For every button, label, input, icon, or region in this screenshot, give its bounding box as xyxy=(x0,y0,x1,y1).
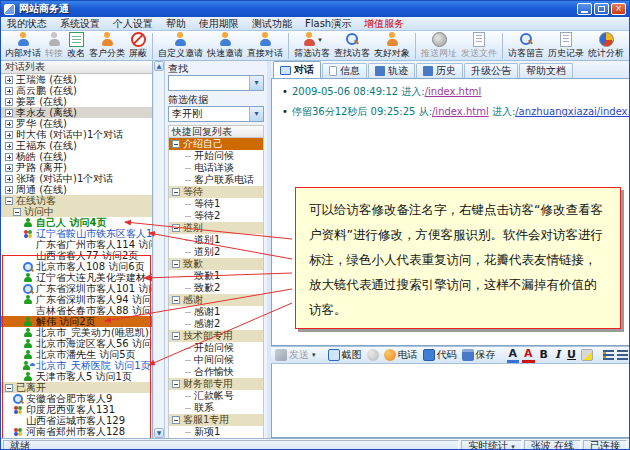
send-file-button[interactable]: 发送文件 xyxy=(459,32,499,60)
collapse-icon[interactable] xyxy=(172,188,180,196)
history-records-button[interactable]: 历史记录 xyxy=(546,32,586,60)
quick-reply-item[interactable]: 感谢1 xyxy=(169,306,263,318)
agent-row-selected[interactable]: 李永友 (离线) xyxy=(1,107,152,118)
collapse-icon[interactable] xyxy=(172,296,180,304)
agent-row[interactable]: 高云鹏 (在线) xyxy=(1,85,152,96)
tab-history[interactable]: 历史 xyxy=(416,63,463,78)
visiting-header[interactable]: 访问中 xyxy=(1,206,152,217)
quick-reply-group[interactable]: 等待 xyxy=(169,186,263,198)
expand-icon[interactable] xyxy=(5,87,13,95)
agent-row[interactable]: 周通 (在线) xyxy=(1,184,152,195)
code-button[interactable]: 代码 xyxy=(422,348,458,362)
online-visitors-header[interactable]: 在线访客 xyxy=(1,195,152,206)
expand-icon[interactable] xyxy=(5,164,13,172)
quick-reply-item[interactable]: 道别2 xyxy=(169,246,263,258)
quick-reply-item[interactable]: 等待2 xyxy=(169,210,263,222)
tab-dialog[interactable]: 对话 xyxy=(273,61,321,78)
bullet-list-button[interactable] xyxy=(617,350,628,360)
custom-invite-button[interactable]: 自定义邀请 xyxy=(156,32,205,60)
menu-value-added[interactable]: 增值服务 xyxy=(364,17,404,31)
quick-reply-item[interactable]: 中间问候 xyxy=(169,354,263,366)
chevron-down-icon[interactable]: ▾ xyxy=(249,76,263,90)
collapse-icon[interactable] xyxy=(172,416,180,424)
dialog-list-scrollbar[interactable]: ▲ ▼ xyxy=(154,61,165,438)
expand-icon[interactable] xyxy=(5,98,13,106)
agent-row[interactable]: 杨皓 (在线) xyxy=(1,151,152,162)
left-visitor-row[interactable]: 印度尼西亚客人131 xyxy=(1,404,152,415)
collapse-icon[interactable] xyxy=(172,332,180,340)
visitor-row[interactable]: 辽宁省大连凡美化学建材 访问… xyxy=(1,272,152,283)
visitor-row[interactable]: 北京市潘先生 访问5页 xyxy=(1,349,152,360)
left-visitor-row[interactable]: 山西省运城市客人129 xyxy=(1,415,152,426)
visitor-row-selected[interactable]: 解伟 访问2页 xyxy=(1,316,152,327)
tab-info[interactable]: 信息 xyxy=(322,63,367,78)
emoticon-button[interactable] xyxy=(366,349,380,361)
expand-icon[interactable] xyxy=(5,109,13,117)
visitor-row[interactable]: 自己人 访问4页 xyxy=(1,217,152,228)
visitor-row[interactable]: 山西省客人77 访问2页 xyxy=(1,250,152,261)
transfer-button[interactable]: 转接 xyxy=(43,32,65,60)
quick-reply-group[interactable]: 道别 xyxy=(169,222,263,234)
expand-icon[interactable] xyxy=(5,186,13,194)
visitor-row[interactable]: 广东省广州市客人114 访问1页 xyxy=(1,239,152,250)
collapse-icon[interactable] xyxy=(172,380,180,388)
quick-reply-group[interactable]: 客服1专用 xyxy=(169,414,263,426)
quick-reply-group[interactable]: 感谢 xyxy=(169,294,263,306)
message-input[interactable] xyxy=(271,364,630,438)
collapse-icon[interactable] xyxy=(13,208,21,216)
restore-button[interactable] xyxy=(594,3,609,15)
phone-button[interactable]: 电话 xyxy=(383,348,419,362)
font-color-button[interactable]: A xyxy=(507,348,520,363)
quick-reply-item[interactable]: 道别1 xyxy=(169,234,263,246)
save-button[interactable]: 保存 xyxy=(461,348,497,362)
visitor-row[interactable]: 北京市_完美动力(唯思凯) 访… xyxy=(1,327,152,338)
visited-page-link[interactable]: /index.html xyxy=(432,106,489,117)
quick-invite-button[interactable]: 快速邀请 xyxy=(205,32,245,60)
italic-button[interactable]: I xyxy=(553,349,562,361)
quick-reply-item[interactable]: 感谢2 xyxy=(169,318,263,330)
visitor-row[interactable]: 北京市_天桥医院 访问1页 xyxy=(1,360,152,371)
menu-my-status[interactable]: 我的状态 xyxy=(7,17,47,31)
visitor-row[interactable]: 广东省深圳市客人101 访问12页 xyxy=(1,283,152,294)
visitor-row[interactable]: 广东省深圳市客人94 访问2页 xyxy=(1,294,152,305)
find-visitors-button[interactable]: 查找访客 xyxy=(332,32,372,60)
expand-icon[interactable] xyxy=(5,175,13,183)
collapse-icon[interactable] xyxy=(5,384,13,392)
menu-system-settings[interactable]: 系统设置 xyxy=(60,17,100,31)
block-button[interactable]: 屏蔽 xyxy=(127,32,149,60)
visitor-row[interactable]: 天津市客人5 访问1页 xyxy=(1,371,152,382)
visitor-row[interactable]: 北京市客人108 访问6页 xyxy=(1,261,152,272)
agent-row[interactable]: 姜翠 (在线) xyxy=(1,96,152,107)
minimize-button[interactable] xyxy=(577,3,592,15)
quick-reply-item[interactable]: 开始问候 xyxy=(169,150,263,162)
screenshot-button[interactable]: 截图 xyxy=(327,348,363,362)
friendly-targets-button[interactable]: 友好对象 xyxy=(372,32,412,60)
visitor-messages-button[interactable]: 访客留言 xyxy=(506,32,546,60)
agent-row[interactable]: 王瑞海 (在线) xyxy=(1,74,152,85)
tab-track[interactable]: 轨迹 xyxy=(368,63,415,78)
direct-chat-button[interactable]: 直接对话 xyxy=(245,32,285,60)
visitor-row[interactable]: 北京市海淀区客人56 访问2页 xyxy=(1,338,152,349)
agent-row[interactable]: 罗华 (在线) xyxy=(1,118,152,129)
highlighter-button[interactable] xyxy=(581,349,593,361)
expand-icon[interactable] xyxy=(5,120,13,128)
underline-button[interactable]: U xyxy=(565,349,578,361)
customer-category-button[interactable]: 客户分类 xyxy=(87,32,127,60)
collapse-icon[interactable] xyxy=(172,224,180,232)
quick-reply-item[interactable]: 汇款帐号 xyxy=(169,390,263,402)
menu-license-period[interactable]: 使用期限 xyxy=(199,17,239,31)
menu-flash-demo[interactable]: Flash演示 xyxy=(305,17,351,31)
filter-combobox[interactable]: 李开刚▾ xyxy=(168,106,264,122)
left-visitor-row[interactable]: 安徽省合肥市客人9 xyxy=(1,393,152,404)
quick-reply-group[interactable]: 技术部专用 xyxy=(169,330,263,342)
visitor-row[interactable]: 吉林省长春市客人88 访问2页 xyxy=(1,305,152,316)
rename-button[interactable]: 改名 xyxy=(65,32,87,60)
expand-icon[interactable] xyxy=(5,153,13,161)
quick-reply-item[interactable]: 合作愉快 xyxy=(169,366,263,378)
menu-test-features[interactable]: 测试功能 xyxy=(252,17,292,31)
scroll-down-icon[interactable]: ▼ xyxy=(154,428,164,438)
quick-reply-item[interactable]: 等待1 xyxy=(169,198,263,210)
tab-help-docs[interactable]: 帮助文档 xyxy=(519,63,573,78)
search-combobox[interactable]: ▾ xyxy=(168,75,264,91)
agent-row[interactable]: 王福东 (在线) xyxy=(1,140,152,151)
